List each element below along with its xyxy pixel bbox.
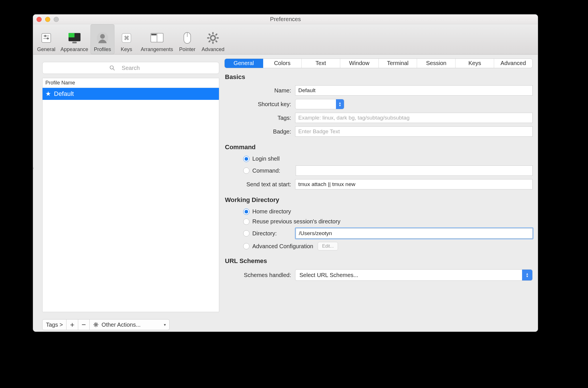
chevron-down-icon: ▾ (164, 322, 166, 327)
svg-line-36 (94, 326, 95, 326)
reuse-dir-radio[interactable]: Reuse previous session's directory (243, 218, 340, 225)
toolbar-arrangements[interactable]: Arrangements (138, 24, 175, 54)
gear-icon (206, 31, 220, 45)
toolbar-pointer[interactable]: Pointer (175, 24, 199, 54)
tags-input[interactable] (295, 113, 533, 123)
tags-label: Tags: (224, 115, 295, 121)
toolbar-appearance[interactable]: Appearance (58, 24, 90, 54)
edit-button[interactable]: Edit... (318, 242, 338, 250)
toolbar-label: General (37, 47, 55, 52)
schemes-select[interactable]: Select URL Schemes... ▲▼ (295, 269, 533, 281)
svg-line-22 (209, 34, 211, 35)
radio-unchecked-icon (243, 167, 249, 174)
toolbar-keys[interactable]: ⌘ Keys (114, 24, 138, 54)
svg-line-33 (94, 323, 95, 324)
gear-icon (93, 322, 99, 328)
titlebar: Preferences (33, 15, 538, 24)
svg-line-24 (216, 34, 217, 35)
badge-label: Badge: (224, 128, 295, 135)
login-shell-radio[interactable]: Login shell (243, 155, 280, 162)
radio-checked-icon (243, 156, 249, 162)
radio-unchecked-icon (243, 230, 249, 237)
schemes-value: Select URL Schemes... (299, 272, 358, 278)
profile-list: Profile Name ★ Default (42, 78, 219, 312)
window-controls (37, 17, 59, 22)
subtab-colors[interactable]: Colors (263, 59, 302, 68)
svg-rect-7 (72, 42, 76, 43)
subtab-terminal[interactable]: Terminal (379, 59, 417, 68)
zoom-window-button[interactable] (54, 17, 59, 22)
svg-rect-14 (151, 34, 156, 35)
directory-radio[interactable]: Directory: (243, 230, 296, 237)
profile-name: Default (54, 90, 74, 98)
section-command-title: Command (225, 144, 533, 151)
subtab-general[interactable]: General (225, 59, 263, 68)
other-actions-menu[interactable]: Other Actions... ▾ (90, 319, 170, 330)
svg-point-3 (44, 35, 46, 37)
radio-unchecked-icon (243, 243, 249, 249)
appearance-monitor-icon (68, 31, 81, 45)
subtab-window[interactable]: Window (340, 59, 379, 68)
stepper-arrows-icon: ▲▼ (336, 99, 344, 109)
command-input[interactable] (296, 165, 533, 176)
svg-rect-6 (69, 33, 74, 37)
radio-unchecked-icon (243, 219, 249, 225)
toolbar-label: Advanced (202, 47, 224, 52)
badge-input[interactable] (295, 126, 533, 137)
toolbar-label: Arrangements (141, 47, 173, 52)
svg-text:⌘: ⌘ (124, 35, 129, 41)
subtab-advanced[interactable]: Advanced (494, 59, 532, 68)
subtab-keys[interactable]: Keys (456, 59, 494, 68)
remove-profile-button[interactable]: − (78, 319, 90, 330)
close-window-button[interactable] (37, 17, 42, 22)
directory-input[interactable] (296, 228, 533, 239)
name-input[interactable] (295, 85, 533, 96)
add-profile-button[interactable]: + (67, 319, 78, 330)
subtab-session[interactable]: Session (417, 59, 456, 68)
toolbar-label: Appearance (61, 47, 88, 52)
name-label: Name: (224, 87, 295, 94)
toolbar-general[interactable]: General (34, 24, 58, 54)
subtab-text[interactable]: Text (302, 59, 340, 68)
stepper-arrows-icon: ▲▼ (522, 270, 532, 280)
command-radio-label: Command: (252, 167, 280, 174)
toolbar-advanced[interactable]: Advanced (199, 24, 227, 54)
profile-silhouette-icon (96, 31, 109, 45)
panes-icon (150, 31, 164, 45)
profile-actions-bar: Tags > + − Other Actions... ▾ (42, 318, 219, 332)
minimize-window-button[interactable] (45, 17, 50, 22)
mouse-icon (180, 31, 194, 45)
command-radio[interactable]: Command: (243, 167, 296, 174)
advanced-config-radio[interactable]: Advanced Configuration (243, 243, 313, 250)
svg-point-17 (211, 36, 216, 41)
toolbar-label: Profiles (94, 47, 111, 52)
section-wd-title: Working Directory (225, 196, 533, 204)
toolbar-profiles[interactable]: Profiles (90, 24, 114, 54)
settings-slider-icon (39, 31, 53, 45)
profile-subtabs: General Colors Text Window Terminal Sess… (224, 58, 533, 68)
profile-list-header: Profile Name (43, 78, 219, 88)
other-actions-label: Other Actions... (102, 322, 141, 328)
advanced-config-label: Advanced Configuration (252, 243, 313, 250)
window-title: Preferences (33, 16, 538, 23)
send-text-label: Send text at start: (224, 181, 295, 188)
svg-line-23 (216, 41, 217, 42)
profile-row-default[interactable]: ★ Default (43, 88, 219, 100)
schemes-label: Schemes handled: (224, 272, 295, 278)
main-toolbar: General Appearance Profiles ⌘ Keys Arran… (33, 24, 538, 54)
command-key-icon: ⌘ (120, 31, 133, 45)
svg-line-25 (209, 41, 211, 42)
home-dir-radio[interactable]: Home directory (243, 208, 291, 215)
directory-radio-label: Directory: (252, 230, 277, 237)
section-url-title: URL Schemes (225, 257, 533, 265)
svg-point-9 (100, 34, 105, 39)
home-dir-label: Home directory (252, 208, 291, 215)
star-icon: ★ (45, 90, 51, 98)
toolbar-label: Keys (121, 47, 132, 52)
split-resizer-handle[interactable] (33, 167, 34, 170)
svg-point-28 (95, 324, 97, 326)
tags-button[interactable]: Tags > (42, 319, 67, 330)
search-input[interactable] (42, 62, 219, 74)
shortcut-popup[interactable]: ▲▼ (295, 99, 344, 109)
send-text-input[interactable] (295, 179, 533, 189)
